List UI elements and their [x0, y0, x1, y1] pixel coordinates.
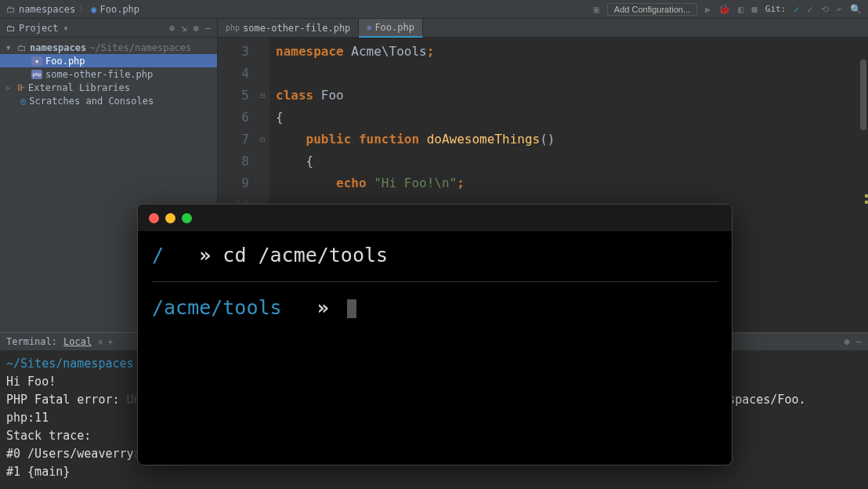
code-token: namespace: [276, 44, 344, 59]
code-token: Foo: [313, 88, 344, 103]
git-label: Git:: [765, 4, 787, 14]
history-icon[interactable]: ⟲: [821, 4, 829, 15]
close-window-icon[interactable]: [149, 213, 159, 223]
terminal-command: cd /acme/tools: [222, 244, 388, 266]
php-file-icon: php: [31, 70, 42, 79]
tree-label: External Libraries: [28, 82, 130, 93]
tree-scratches[interactable]: ◎ Scratches and Consoles: [0, 94, 217, 107]
tab-label: Foo.php: [374, 22, 414, 33]
chevron-right-icon: 〉: [78, 2, 88, 16]
editor-tabs: php some-other-file.php ◉ Foo.php: [218, 19, 868, 38]
prompt-arrow-icon: »: [317, 296, 329, 319]
search-icon[interactable]: 🔍: [850, 4, 862, 15]
floating-terminal[interactable]: / » cd /acme/tools /acme/tools »: [137, 204, 732, 465]
terminal-line: #0 /Users/weaverry: [6, 447, 134, 461]
warning-marker[interactable]: [865, 201, 868, 204]
folder-icon: 🗀: [6, 4, 16, 15]
revert-icon[interactable]: ↶: [837, 4, 842, 15]
terminal-tab-local[interactable]: Local: [57, 336, 98, 347]
locate-icon[interactable]: ⊕: [169, 23, 175, 34]
code-token: class: [276, 88, 313, 103]
code-token: echo: [276, 176, 374, 190]
code-token: Acme\Tools: [344, 44, 427, 59]
code-token: ;: [427, 44, 435, 59]
scratch-icon: ◎: [20, 96, 26, 107]
editor-scrollbar[interactable]: [860, 60, 866, 130]
coverage-icon[interactable]: ◧: [738, 4, 743, 15]
library-icon: ⊪: [17, 82, 25, 93]
maximize-window-icon[interactable]: [182, 213, 192, 223]
hide-icon[interactable]: —: [856, 336, 862, 347]
php-file-icon: php: [226, 24, 240, 32]
project-sidebar-header: 🗀 Project ▾ ⊕ ⇲ ✻ —: [0, 19, 217, 38]
line-number: 3: [218, 41, 249, 63]
run-icon[interactable]: ▶: [705, 4, 711, 15]
run-configuration-dropdown[interactable]: Add Configuration...: [607, 3, 697, 16]
vcs-update-icon[interactable]: ✓: [794, 4, 799, 15]
code-token: (): [540, 132, 555, 147]
tree-external-libs[interactable]: ▷ ⊪ External Libraries: [0, 81, 217, 94]
line-number: 5: [218, 85, 249, 107]
tab-some-other-file[interactable]: php some-other-file.php: [218, 19, 359, 38]
breadcrumb-file[interactable]: Foo.php: [99, 4, 139, 15]
line-number: 7: [218, 129, 249, 150]
tab-foo[interactable]: ◉ Foo.php: [359, 19, 423, 38]
code-token: doAwesomeThings: [427, 132, 541, 147]
breadcrumb[interactable]: 🗀 namespaces 〉 ◉ Foo.php: [6, 2, 139, 16]
hammer-icon[interactable]: ▣: [594, 4, 599, 15]
php-file-icon: ◉: [91, 4, 96, 15]
terminal-prompt-path: ~/Sites/namespaces: [6, 357, 134, 371]
project-icon: 🗀: [6, 23, 16, 34]
code-token: function: [359, 132, 427, 147]
vcs-commit-icon[interactable]: ✓: [808, 4, 813, 15]
terminal-prompt-path: /acme/tools: [152, 296, 282, 319]
top-toolbar: 🗀 namespaces 〉 ◉ Foo.php ▣ Add Configura…: [0, 0, 868, 19]
gear-icon[interactable]: ✻: [844, 336, 850, 347]
line-number: 6: [218, 107, 249, 129]
cursor-icon: [347, 299, 356, 318]
php-file-icon: ◉: [367, 23, 371, 31]
project-title[interactable]: Project: [19, 23, 59, 34]
terminal-prompt-path: /: [152, 244, 164, 266]
tab-label: some-other-file.php: [243, 23, 350, 34]
tree-root-path: ~/Sites/namespaces: [89, 42, 191, 53]
tree-file-label: Foo.php: [45, 56, 85, 67]
line-number: 4: [218, 63, 249, 85]
line-number: 9: [218, 172, 249, 194]
minimize-window-icon[interactable]: [165, 213, 175, 223]
chevron-down-icon[interactable]: ▾: [63, 23, 69, 34]
floating-terminal-body[interactable]: / » cd /acme/tools /acme/tools »: [138, 231, 732, 332]
warning-marker[interactable]: [865, 194, 868, 197]
hide-icon[interactable]: —: [205, 23, 211, 34]
tree-file-other[interactable]: php some-other-file.php: [0, 67, 217, 81]
terminal-line: #1 {main}: [6, 463, 862, 481]
tree-label: Scratches and Consoles: [29, 96, 154, 107]
expand-arrow-icon[interactable]: ▼: [6, 44, 14, 52]
tree-file-foo[interactable]: ◉ Foo.php: [0, 54, 217, 67]
line-number: 8: [218, 150, 249, 172]
gear-icon[interactable]: ✻: [193, 23, 199, 34]
add-terminal-button[interactable]: ＋: [106, 335, 115, 349]
stop-icon[interactable]: ■: [752, 4, 758, 15]
code-token: "Hi Foo!\n": [374, 176, 457, 190]
folder-icon: 🗀: [17, 42, 27, 53]
close-tab-icon[interactable]: ×: [98, 338, 103, 346]
php-file-icon: ◉: [31, 56, 42, 66]
code-token: {: [276, 110, 284, 125]
code-token: ;: [457, 176, 465, 190]
project-tree: ▼ 🗀 namespaces ~/Sites/namespaces ◉ Foo.…: [0, 38, 217, 110]
terminal-title: Terminal:: [6, 336, 57, 347]
tree-file-label: some-other-file.php: [45, 69, 153, 80]
terminal-line: PHP Fatal error:: [6, 393, 120, 407]
terminal-titlebar[interactable]: [138, 205, 732, 231]
code-token: public: [276, 132, 359, 147]
expand-arrow-icon[interactable]: ▷: [6, 84, 14, 92]
expand-icon[interactable]: ⇲: [181, 23, 186, 34]
breadcrumb-folder[interactable]: namespaces: [19, 4, 75, 15]
tree-root[interactable]: ▼ 🗀 namespaces ~/Sites/namespaces: [0, 41, 217, 54]
debug-icon[interactable]: 🐞: [718, 4, 730, 15]
prompt-arrow-icon: »: [199, 244, 211, 266]
tree-root-name: namespaces: [30, 42, 86, 53]
code-token: {: [276, 154, 313, 168]
